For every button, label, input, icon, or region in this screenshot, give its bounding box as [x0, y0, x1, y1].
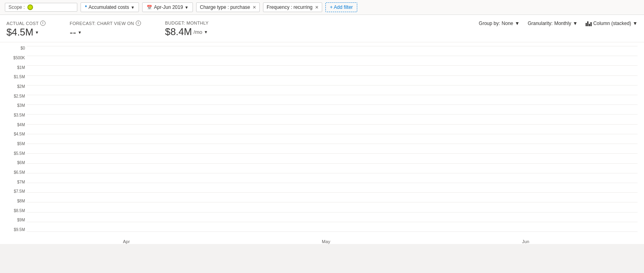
y-axis-label: $1.5M: [6, 75, 25, 79]
actual-cost-chevron-icon: ▼: [35, 30, 39, 35]
budget-label: BUDGET: MONTHLY: [165, 21, 209, 25]
y-axis-label: $2M: [6, 85, 25, 89]
granularity-chevron-icon: ▼: [573, 21, 578, 26]
y-axis-label: $4M: [6, 123, 25, 127]
forecast-label: FORECAST: CHART VIEW ON i: [70, 21, 141, 26]
y-axis-label: $8.5M: [6, 209, 25, 213]
chevron-down-icon-date: ▼: [184, 5, 188, 10]
stacked-chart-icon: [586, 21, 592, 26]
chart-type-value: Column (stacked): [593, 21, 631, 26]
bars-area: [27, 46, 638, 232]
scope-text: Scope :: [8, 4, 25, 10]
chevron-down-icon: ▼: [130, 5, 135, 10]
y-axis-label: $1M: [6, 66, 25, 70]
add-filter-label: + Add filter: [330, 4, 353, 10]
frequency-label: Frequency : recurring: [267, 4, 313, 10]
y-axis: $9.5M$9M$8.5M$8M$7.5M$7M$6.5M$6M$5.5M$5M…: [6, 46, 27, 232]
toolbar: Scope : * Accumulated costs ▼ 📅 Apr-Jun …: [0, 0, 644, 15]
accumulated-costs-label: Accumulated costs: [89, 4, 129, 10]
y-axis-label: $5M: [6, 142, 25, 146]
x-axis-label: May: [226, 239, 426, 244]
y-axis-label: $6.5M: [6, 171, 25, 175]
chart-controls: Group by: None ▼ Granularity: Monthly ▼ …: [479, 21, 638, 26]
frequency-close-icon[interactable]: ✕: [315, 5, 319, 10]
y-axis-label: $7M: [6, 180, 25, 184]
chart-plot: [27, 46, 638, 232]
date-range-button[interactable]: 📅 Apr-Jun 2019 ▼: [142, 2, 193, 12]
calendar-icon: 📅: [147, 5, 152, 10]
granularity-control[interactable]: Granularity: Monthly ▼: [528, 21, 578, 26]
y-axis-label: $3.5M: [6, 113, 25, 117]
y-axis-label: $2.5M: [6, 94, 25, 98]
granularity-label: Granularity:: [528, 21, 553, 26]
forecast-value[interactable]: -- ▼: [70, 27, 141, 38]
budget-chevron-icon: ▼: [204, 30, 208, 34]
actual-cost-value[interactable]: $4.5M ▼: [6, 27, 46, 38]
forecast-chevron-icon: ▼: [78, 30, 82, 35]
charge-type-close-icon[interactable]: ✕: [253, 5, 256, 10]
y-axis-label: $0: [6, 46, 25, 50]
budget-value[interactable]: $8.4M /mo ▼: [165, 26, 209, 38]
y-axis-label: $5.5M: [6, 152, 25, 156]
y-axis-label: $8M: [6, 199, 25, 203]
actual-cost-label: ACTUAL COST i: [6, 21, 46, 26]
actual-cost-info-icon[interactable]: i: [40, 21, 46, 26]
y-axis-label: $7.5M: [6, 190, 25, 194]
group-by-value: None: [502, 21, 514, 26]
frequency-chip[interactable]: Frequency : recurring ✕: [263, 2, 322, 12]
x-axis-label: Jun: [426, 239, 625, 244]
chart-area: $9.5M$9M$8.5M$8M$7.5M$7M$6.5M$6M$5.5M$5M…: [0, 42, 644, 244]
group-by-control[interactable]: Group by: None ▼: [479, 21, 520, 26]
scope-dot-icon: [27, 4, 33, 10]
budget-unit: /mo: [194, 29, 203, 35]
metrics-row: ACTUAL COST i $4.5M ▼ FORECAST: CHART VI…: [0, 15, 644, 42]
x-axis: AprMayJun: [6, 232, 638, 244]
accumulated-costs-button[interactable]: * Accumulated costs ▼: [81, 2, 139, 12]
forecast-info-icon[interactable]: i: [136, 21, 141, 26]
granularity-value: Monthly: [554, 21, 571, 26]
y-axis-label: $4.5M: [6, 132, 25, 136]
budget-metric: BUDGET: MONTHLY $8.4M /mo ▼: [165, 21, 209, 38]
forecast-metric: FORECAST: CHART VIEW ON i -- ▼: [70, 21, 141, 38]
y-axis-label: $3M: [6, 104, 25, 108]
actual-cost-metric: ACTUAL COST i $4.5M ▼: [6, 21, 46, 38]
charge-type-chip[interactable]: Charge type : purchase ✕: [196, 2, 260, 12]
y-axis-label: $6M: [6, 161, 25, 165]
chart-type-control[interactable]: Column (stacked) ▼: [586, 21, 638, 26]
x-axis-label: Apr: [27, 239, 226, 244]
y-axis-label: $9M: [6, 218, 25, 222]
group-by-chevron-icon: ▼: [515, 21, 520, 26]
add-filter-button[interactable]: + Add filter: [325, 2, 357, 12]
charge-type-label: Charge type : purchase: [200, 4, 250, 10]
date-range-label: Apr-Jun 2019: [154, 4, 183, 10]
y-axis-label: $500K: [6, 56, 25, 60]
chart-container: $9.5M$9M$8.5M$8M$7.5M$7M$6.5M$6M$5.5M$5M…: [6, 46, 638, 244]
y-axis-label: $9.5M: [6, 228, 25, 232]
group-by-label: Group by:: [479, 21, 500, 26]
chart-type-chevron-icon: ▼: [633, 21, 638, 26]
scope-selector[interactable]: Scope :: [5, 3, 77, 12]
